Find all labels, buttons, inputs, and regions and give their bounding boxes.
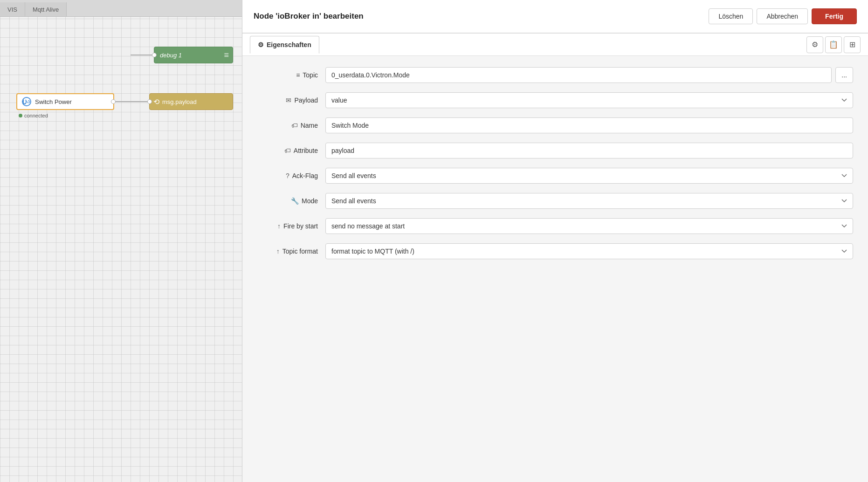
payload-label: ✉ Payload	[257, 96, 318, 104]
properties-form: ≡ Topic ... ✉ Payload value payload obje…	[242, 56, 868, 482]
panel-title: Node 'ioBroker in' bearbeiten	[254, 12, 364, 21]
topic-control: ...	[325, 67, 853, 83]
name-input[interactable]	[325, 117, 853, 133]
properties-panel: Node 'ioBroker in' bearbeiten Löschen Ab…	[242, 0, 868, 482]
topic-input[interactable]	[325, 67, 832, 83]
tag-icon-attribute: 🏷	[284, 147, 291, 154]
header-buttons: Löschen Abbrechen Fertig	[709, 8, 857, 24]
topicformat-select[interactable]: format topic to MQTT (with /) keep origi…	[325, 243, 853, 259]
ackflag-label: ? Ack-Flag	[257, 172, 318, 179]
name-control	[325, 117, 853, 133]
envelope-icon: ✉	[286, 96, 291, 104]
port-transform-in	[147, 99, 152, 104]
switch-power-icon	[22, 97, 31, 106]
name-label: 🏷 Name	[257, 122, 318, 129]
gear-icon: ⚙	[258, 41, 264, 48]
tab-vis[interactable]: VIS	[0, 2, 25, 16]
topicformat-label: ↑ Topic format	[257, 248, 318, 255]
topicformat-control: format topic to MQTT (with /) keep origi…	[325, 243, 853, 259]
form-row-topicformat: ↑ Topic format format topic to MQTT (wit…	[257, 243, 853, 259]
properties-header: Node 'ioBroker in' bearbeiten Löschen Ab…	[242, 0, 868, 34]
save-button[interactable]: Fertig	[812, 8, 857, 24]
node-transform[interactable]: ⟲ msg.payload	[149, 93, 233, 110]
tab-tool-settings[interactable]: ⚙	[806, 36, 823, 53]
ackflag-control: Send all events Only ack Only not ack	[325, 168, 853, 184]
port-debug-in	[152, 53, 157, 57]
tab-eigenschaften[interactable]: ⚙ Eigenschaften	[250, 36, 319, 54]
canvas-tabs: VIS Mqtt Alive	[0, 0, 242, 17]
attribute-label: 🏷 Attribute	[257, 147, 318, 154]
arrow-up-icon-topic: ↑	[276, 248, 280, 255]
firebystart-label: ↑ Fire by start	[257, 222, 318, 230]
tag-icon-name: 🏷	[291, 122, 298, 129]
delete-button[interactable]: Löschen	[709, 8, 753, 24]
payload-control: value payload object	[325, 92, 853, 108]
tab-tools: ⚙ 📋 ⊞	[806, 36, 861, 53]
arrow-up-icon-fire: ↑	[277, 222, 281, 230]
form-row-mode: 🔧 Mode Send all events Subscribe Publish	[257, 193, 853, 209]
node-switch-power[interactable]: Switch Power	[16, 93, 114, 110]
mode-label: 🔧 Mode	[257, 197, 318, 205]
node-debug-menu: ≡	[224, 50, 229, 60]
wrench-icon: 🔧	[291, 197, 299, 205]
tab-tool-layout[interactable]: ⊞	[844, 36, 861, 53]
mode-select[interactable]: Send all events Subscribe Publish	[325, 193, 853, 209]
firebystart-select[interactable]: send no message at start send last value…	[325, 218, 853, 234]
form-row-name: 🏷 Name	[257, 117, 853, 133]
form-row-ackflag: ? Ack-Flag Send all events Only ack Only…	[257, 168, 853, 184]
attribute-input[interactable]	[325, 143, 853, 158]
cancel-button[interactable]: Abbrechen	[757, 8, 808, 24]
tab-mqtt-alive[interactable]: Mqtt Alive	[25, 2, 67, 16]
mode-control: Send all events Subscribe Publish	[325, 193, 853, 209]
canvas-panel: VIS Mqtt Alive debug 1 ≡ Switch Power co…	[0, 0, 242, 482]
properties-tabs: ⚙ Eigenschaften ⚙ 📋 ⊞	[242, 34, 868, 56]
transform-icon: ⟲	[153, 97, 159, 106]
topic-icon: ≡	[296, 71, 300, 79]
canvas-wires	[0, 0, 242, 482]
attribute-control	[325, 143, 853, 158]
connected-dot	[19, 114, 22, 117]
tab-tool-description[interactable]: 📋	[825, 36, 842, 53]
node-connected-status: connected	[19, 113, 48, 118]
form-row-payload: ✉ Payload value payload object	[257, 92, 853, 108]
question-icon: ?	[286, 172, 289, 179]
port-switch-out	[111, 99, 116, 104]
topic-ellipsis-button[interactable]: ...	[835, 67, 853, 83]
firebystart-control: send no message at start send last value…	[325, 218, 853, 234]
form-row-attribute: 🏷 Attribute	[257, 143, 853, 158]
topic-label: ≡ Topic	[257, 71, 318, 79]
payload-select[interactable]: value payload object	[325, 92, 853, 108]
ackflag-select[interactable]: Send all events Only ack Only not ack	[325, 168, 853, 184]
form-row-topic: ≡ Topic ...	[257, 67, 853, 83]
form-row-firebystart: ↑ Fire by start send no message at start…	[257, 218, 853, 234]
node-debug[interactable]: debug 1 ≡	[154, 47, 233, 63]
